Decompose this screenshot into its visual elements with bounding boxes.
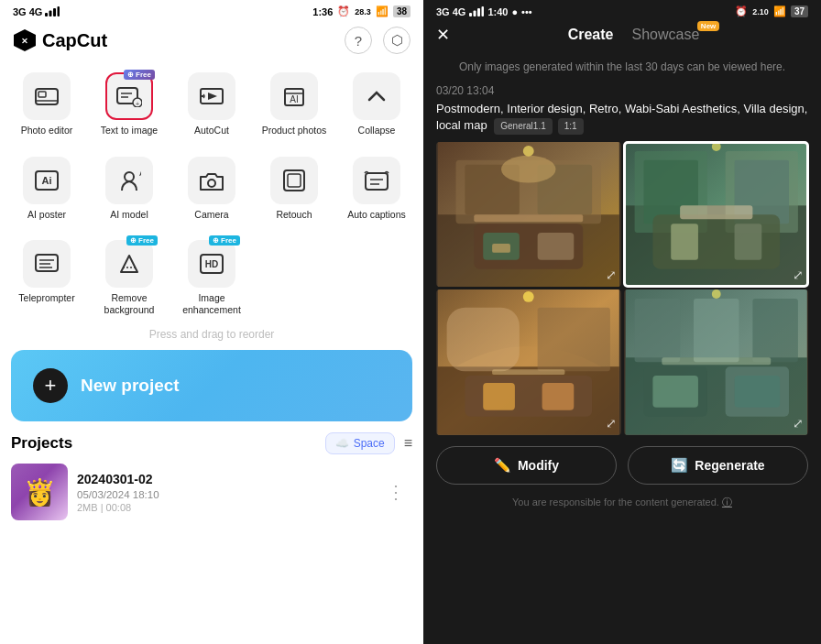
project-item[interactable]: 👸 20240301-02 05/03/2024 18:10 2MB | 00:…: [11, 464, 412, 520]
autocut-label: AutoCut: [194, 125, 229, 136]
project-thumbnail: 👸: [11, 464, 68, 520]
svg-rect-79: [652, 377, 698, 409]
drag-hint: Press and drag to reorder: [0, 324, 423, 350]
tool-autocut[interactable]: AutoCut: [170, 65, 253, 142]
tool-ai-model[interactable]: Ai AI model: [88, 149, 170, 226]
project-date: 05/03/2024 18:10: [77, 489, 370, 500]
tab-showcase[interactable]: Showcase New: [631, 27, 699, 43]
ai-poster-icon: Ai: [34, 169, 60, 191]
project-info: 20240301-02 05/03/2024 18:10 2MB | 00:08: [77, 472, 370, 513]
collapse-icon: [366, 85, 388, 107]
tool-image-enhancement[interactable]: ⊕ Free HD Image enhancement: [170, 233, 253, 321]
status-right: 1:36 ⏰ 28.3 📶 38: [312, 5, 410, 17]
modify-button[interactable]: ✏️ Modify: [436, 446, 617, 485]
product-photos-icon-wrap: AI: [270, 72, 318, 120]
svg-rect-48: [538, 233, 575, 260]
retouch-icon-wrap: [270, 157, 318, 204]
autocut-icon: [199, 85, 224, 107]
tool-teleprompter[interactable]: Teleprompter: [5, 233, 88, 321]
filter-icon[interactable]: ≡: [404, 435, 412, 452]
tool-photo-editor[interactable]: Photo editor: [5, 65, 88, 142]
project-thumb-image: 👸: [11, 464, 68, 520]
retouch-label: Retouch: [276, 209, 312, 221]
r-wifi-icon: 📶: [773, 5, 786, 17]
remove-background-icon: [117, 252, 141, 276]
modify-icon: ✏️: [494, 457, 511, 474]
tool-text-to-image[interactable]: ⊕ Free + Text to image: [88, 65, 170, 142]
r-status-right: ⏰ 2.10 📶 37: [735, 5, 808, 17]
svg-rect-1: [49, 11, 52, 17]
projects-title: Projects: [11, 434, 72, 453]
project-more-button[interactable]: ⋮: [379, 474, 412, 510]
tool-remove-background[interactable]: ⊕ Free Remove background: [88, 233, 170, 321]
tools-row-1: Photo editor ⊕ Free + Text to image: [0, 61, 423, 146]
svg-rect-26: [366, 173, 388, 190]
gen-tags: Postmodern, Interior design, Retro, Wabi…: [436, 101, 808, 135]
profile-button[interactable]: ⬡: [383, 27, 410, 54]
tool-auto-captions[interactable]: Auto captions: [335, 149, 418, 226]
tool-collapse[interactable]: Collapse: [335, 65, 418, 142]
status-left: 3G 4G: [13, 6, 60, 17]
generated-image-2[interactable]: ⤢: [624, 142, 809, 288]
r-time: 1:40: [487, 6, 508, 17]
text-to-image-icon-wrap: ⊕ Free +: [105, 72, 153, 120]
space-label: Space: [354, 437, 385, 450]
svg-point-50: [523, 146, 534, 157]
status-bar-left: 3G 4G 1:36 ⏰ 28.3 📶 38: [0, 0, 423, 21]
r-dots-icon: •••: [521, 6, 532, 17]
svg-rect-81: [662, 358, 771, 366]
text-to-image-icon: +: [116, 85, 142, 107]
generated-image-4[interactable]: ⤢: [624, 289, 809, 435]
signal-text: 3G 4G: [13, 6, 42, 17]
r-alarm-icon: ⏰: [735, 5, 748, 17]
signal-icon: [45, 6, 60, 16]
auto-captions-icon-wrap: [353, 157, 400, 204]
svg-text:Ai: Ai: [42, 175, 52, 186]
r-data-text: 2.10: [752, 7, 769, 16]
r-signal-text: 3G 4G: [436, 6, 465, 17]
svg-rect-51: [474, 214, 583, 222]
right-footer: You are responsible for the content gene…: [423, 492, 821, 518]
space-button[interactable]: ☁️ Space: [325, 432, 395, 454]
ai-model-icon: Ai: [117, 169, 141, 192]
projects-header: Projects ☁️ Space ≡: [11, 432, 412, 454]
svg-point-62: [711, 142, 720, 151]
aspect-badge: 1:1: [558, 118, 584, 135]
r-status-left: 3G 4G 1:40 ● •••: [436, 6, 532, 17]
help-button[interactable]: ?: [345, 27, 372, 54]
svg-text:HD: HD: [205, 259, 218, 269]
right-header: ✕ Create Showcase New: [423, 21, 821, 54]
generated-image-3[interactable]: ⤢: [436, 289, 621, 435]
svg-rect-80: [734, 377, 780, 409]
tool-camera[interactable]: Camera: [170, 149, 253, 226]
svg-rect-68: [483, 384, 515, 411]
svg-rect-0: [45, 13, 48, 16]
r-battery: 37: [791, 5, 808, 17]
new-project-button[interactable]: + New project: [11, 350, 412, 421]
collapse-icon-wrap: [353, 72, 400, 120]
logo-text: CapCut: [42, 30, 107, 51]
svg-marker-15: [208, 93, 217, 100]
footer-text: You are responsible for the content gene…: [512, 497, 719, 508]
svg-rect-38: [477, 8, 480, 16]
tool-retouch[interactable]: Retouch: [253, 149, 335, 226]
regenerate-icon: 🔄: [671, 457, 688, 474]
cloud-icon: ☁️: [335, 437, 349, 450]
project-size-duration: 2MB | 00:08: [77, 502, 370, 513]
regenerate-button[interactable]: 🔄 Regenerate: [628, 446, 808, 485]
gen-date: 03/20 13:04: [436, 84, 808, 97]
close-button[interactable]: ✕: [436, 25, 450, 45]
capcut-logo-icon: ✕: [13, 28, 37, 52]
svg-rect-36: [469, 13, 472, 16]
generated-image-1[interactable]: ⤢: [436, 142, 621, 288]
footer-info-link[interactable]: ⓘ: [722, 497, 732, 508]
tool-product-photos[interactable]: AI Product photos: [253, 65, 335, 142]
svg-rect-74: [634, 299, 680, 362]
tool-ai-poster[interactable]: Ai AI poster: [5, 149, 88, 226]
ai-model-icon-wrap: Ai: [105, 157, 153, 204]
tools-row-2: Ai AI poster Ai AI model C: [0, 146, 423, 230]
remove-background-label: Remove background: [92, 292, 167, 315]
svg-rect-39: [482, 6, 485, 16]
collapse-label: Collapse: [358, 125, 396, 136]
tab-create[interactable]: Create: [568, 27, 614, 43]
